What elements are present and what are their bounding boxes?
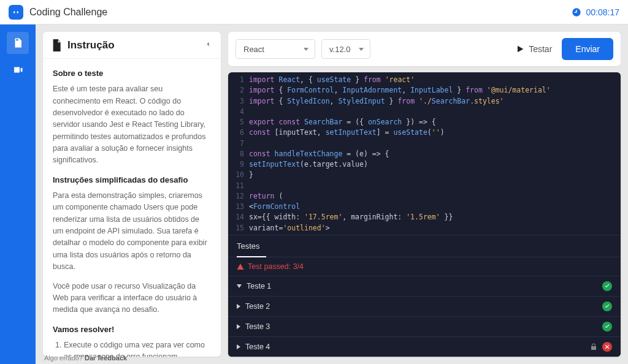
page-icon <box>52 39 61 51</box>
tests-status: Test passed: 3/4 <box>228 257 621 276</box>
editor-panel: 123456789101112131415161718192021 import… <box>228 72 621 357</box>
main: Instrução Sobre o teste Este é um teste … <box>0 25 628 364</box>
instructions-header: Instrução <box>43 32 221 59</box>
test-label: Teste 4 <box>245 343 270 351</box>
test-row-4[interactable]: Teste 4 <box>228 336 621 357</box>
test-row-2[interactable]: Teste 2 <box>228 296 621 316</box>
footer: Algo errado? Dar feedback <box>44 354 127 362</box>
test-label: Testar <box>529 44 552 54</box>
left-rail <box>0 25 36 364</box>
video-icon <box>12 64 23 75</box>
clock-icon <box>572 7 581 17</box>
test-button[interactable]: Testar <box>515 44 552 54</box>
code-lines: import React, { useState } from 'react'i… <box>249 75 621 235</box>
warning-icon <box>237 263 244 270</box>
inst-p1: Este é um teste para avaliar seu conheci… <box>53 83 211 167</box>
tests-header: Testes <box>228 235 621 257</box>
tests-panel: Testes Test passed: 3/4 Teste 1Teste 2Te… <box>228 235 621 357</box>
timer: 00:08:17 <box>572 7 620 17</box>
test-label: Teste 1 <box>247 282 271 290</box>
content: Instrução Sobre o teste Este é um teste … <box>36 25 628 364</box>
version-select[interactable]: v.12.0 <box>321 39 370 59</box>
code-icon <box>12 8 20 17</box>
fail-icon <box>602 342 612 352</box>
pass-icon <box>602 322 612 332</box>
editor-column: React v.12.0 Testar Enviar 1234567891011… <box>228 32 621 357</box>
inst-h2: Instruções simplificadas do desafio <box>53 174 211 186</box>
rail-instructions-tab[interactable] <box>7 32 29 54</box>
rail-video-tab[interactable] <box>7 59 29 81</box>
lock-icon <box>590 343 597 351</box>
top-bar-left: Coding Challenge <box>9 5 107 20</box>
framework-select[interactable]: React <box>236 39 315 59</box>
chevron-icon <box>237 284 242 288</box>
instructions-panel: Instrução Sobre o teste Este é um teste … <box>43 32 221 357</box>
chevron-icon <box>237 344 240 349</box>
inst-p2: Para esta demonstração simples, criaremo… <box>53 190 211 273</box>
instructions-body: Sobre o teste Este é um teste para avali… <box>43 59 221 357</box>
feedback-link[interactable]: Dar feedback <box>85 354 127 362</box>
chevron-left-icon <box>204 40 212 48</box>
test-label: Teste 2 <box>245 302 270 311</box>
test-row-1[interactable]: Teste 1 <box>228 276 621 296</box>
app-title: Coding Challenge <box>29 7 107 18</box>
test-row-3[interactable]: Teste 3 <box>228 316 621 336</box>
inst-h1: Sobre o teste <box>53 67 211 80</box>
line-gutter: 123456789101112131415161718192021 <box>228 75 249 235</box>
top-bar: Coding Challenge 00:08:17 <box>0 0 628 25</box>
timer-value: 00:08:17 <box>586 7 620 17</box>
chevron-icon <box>237 304 240 309</box>
pass-icon <box>602 301 612 311</box>
submit-button[interactable]: Enviar <box>562 38 613 60</box>
instructions-title: Instrução <box>67 39 115 51</box>
inst-p3: Você pode usar o recurso Visualização da… <box>53 281 211 316</box>
chevron-icon <box>237 324 240 329</box>
collapse-button[interactable] <box>204 40 212 51</box>
pass-icon <box>602 281 612 291</box>
document-icon <box>12 37 23 48</box>
test-label: Teste 3 <box>245 322 270 331</box>
editor-toolbar: React v.12.0 Testar Enviar <box>228 32 621 66</box>
inst-h3: Vamos resolver! <box>53 324 211 336</box>
code-editor[interactable]: 123456789101112131415161718192021 import… <box>228 72 621 235</box>
app-logo <box>9 5 23 20</box>
play-icon <box>515 44 525 54</box>
